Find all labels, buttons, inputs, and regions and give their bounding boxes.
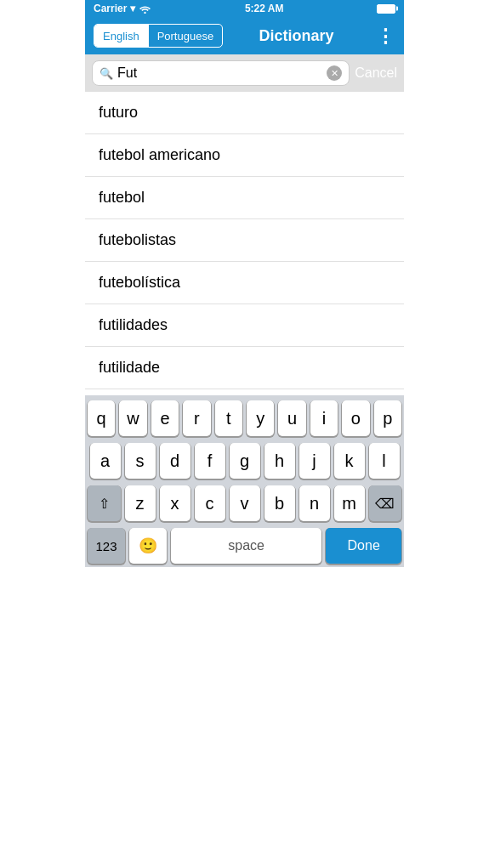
nav-bar: English Portuguese Dictionary ⋮ — [85, 17, 404, 54]
shift-key[interactable]: ⇧ — [88, 485, 121, 521]
key-l[interactable]: l — [369, 443, 400, 479]
key-y[interactable]: y — [247, 400, 274, 436]
key-j[interactable]: j — [299, 443, 330, 479]
keyboard: q w e r t y u i o p a s d f g h j k l ⇧ … — [85, 395, 404, 567]
key-v[interactable]: v — [230, 485, 260, 521]
language-toggle[interactable]: English Portuguese — [94, 24, 223, 48]
list-item[interactable]: futilidades — [85, 304, 404, 347]
wifi-icon: ▾ — [130, 3, 135, 14]
search-input[interactable] — [117, 65, 322, 81]
key-h[interactable]: h — [264, 443, 295, 479]
shift-icon: ⇧ — [99, 496, 110, 512]
more-menu-button[interactable]: ⋮ — [370, 26, 395, 46]
carrier-text: Carrier — [94, 3, 127, 14]
key-d[interactable]: d — [160, 443, 190, 479]
num-key[interactable]: 123 — [88, 528, 125, 564]
wifi-signal-icon — [139, 4, 151, 14]
key-o[interactable]: o — [342, 400, 369, 436]
key-t[interactable]: t — [215, 400, 242, 436]
key-k[interactable]: k — [334, 443, 365, 479]
key-p[interactable]: p — [374, 400, 401, 436]
keyboard-row-4: 123 🙂 space Done — [88, 528, 401, 564]
key-r[interactable]: r — [183, 400, 210, 436]
key-n[interactable]: n — [299, 485, 330, 521]
svg-point-0 — [145, 11, 146, 13]
key-f[interactable]: f — [195, 443, 225, 479]
key-x[interactable]: x — [160, 485, 190, 521]
search-bar: 🔍 ✕ Cancel — [85, 54, 404, 92]
list-item[interactable]: futebol americano — [85, 134, 404, 177]
search-input-wrapper: 🔍 ✕ — [92, 60, 350, 86]
keyboard-row-3: ⇧ z x c v b n m ⌫ — [88, 485, 401, 521]
english-tab[interactable]: English — [94, 25, 148, 47]
key-b[interactable]: b — [264, 485, 295, 521]
done-key[interactable]: Done — [326, 528, 401, 564]
key-w[interactable]: w — [119, 400, 146, 436]
key-c[interactable]: c — [195, 485, 225, 521]
key-g[interactable]: g — [230, 443, 260, 479]
list-item[interactable]: futebolistas — [85, 219, 404, 262]
key-a[interactable]: a — [90, 443, 121, 479]
cancel-button[interactable]: Cancel — [355, 65, 397, 81]
status-bar: Carrier ▾ 5:22 AM — [85, 0, 404, 17]
list-item[interactable]: futilidade — [85, 347, 404, 389]
space-key[interactable]: space — [171, 528, 321, 564]
battery-icon — [377, 4, 395, 14]
list-item[interactable]: futuro — [85, 92, 404, 134]
keyboard-row-2: a s d f g h j k l — [88, 443, 401, 479]
portuguese-tab[interactable]: Portuguese — [149, 25, 223, 47]
keyboard-row-1: q w e r t y u i o p — [88, 400, 401, 436]
backspace-icon: ⌫ — [375, 496, 395, 512]
key-m[interactable]: m — [334, 485, 365, 521]
key-q[interactable]: q — [88, 400, 115, 436]
key-i[interactable]: i — [310, 400, 338, 436]
status-time: 5:22 AM — [245, 3, 284, 14]
key-z[interactable]: z — [125, 485, 156, 521]
emoji-key[interactable]: 🙂 — [129, 528, 167, 564]
key-u[interactable]: u — [278, 400, 305, 436]
status-battery — [377, 4, 395, 14]
list-item[interactable]: futebolística — [85, 262, 404, 304]
key-e[interactable]: e — [151, 400, 179, 436]
search-clear-button[interactable]: ✕ — [327, 65, 342, 81]
key-s[interactable]: s — [125, 443, 156, 479]
status-carrier: Carrier ▾ — [94, 3, 151, 14]
search-icon: 🔍 — [100, 67, 113, 80]
page-title: Dictionary — [223, 27, 370, 45]
backspace-key[interactable]: ⌫ — [369, 485, 402, 521]
list-item[interactable]: futebol — [85, 177, 404, 219]
